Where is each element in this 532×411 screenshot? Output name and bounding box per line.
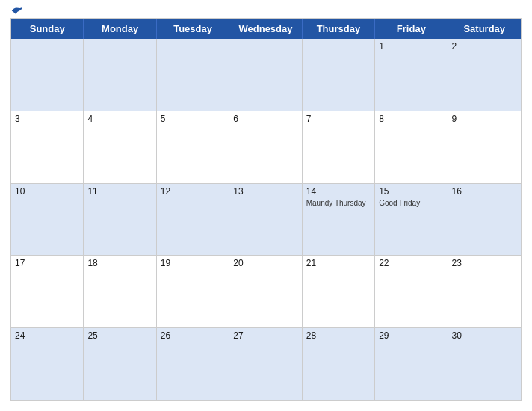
day-header-friday: Friday bbox=[375, 19, 448, 39]
day-cell: 27 bbox=[229, 328, 302, 400]
day-cell: 6 bbox=[229, 111, 302, 183]
day-number: 26 bbox=[161, 330, 225, 341]
day-number: 23 bbox=[452, 258, 517, 268]
day-cell: 20 bbox=[229, 256, 302, 327]
event-label: Maundy Thursday bbox=[306, 198, 371, 208]
calendar-grid: SundayMondayTuesdayWednesdayThursdayFrid… bbox=[10, 18, 522, 401]
day-cell: 13 bbox=[229, 184, 302, 256]
day-cell: 16 bbox=[448, 184, 521, 256]
day-cell: 2 bbox=[448, 39, 521, 111]
day-number: 30 bbox=[452, 330, 517, 341]
day-number: 21 bbox=[306, 258, 371, 268]
logo bbox=[10, 5, 25, 16]
day-cell bbox=[84, 39, 156, 111]
week-row-3: 1011121314Maundy Thursday15Good Friday16 bbox=[11, 184, 521, 256]
day-number: 28 bbox=[306, 330, 371, 341]
week-row-2: 3456789 bbox=[11, 111, 521, 184]
day-number: 7 bbox=[306, 114, 371, 124]
calendar-body: 1234567891011121314Maundy Thursday15Good… bbox=[11, 39, 521, 400]
day-number: 4 bbox=[87, 114, 152, 124]
day-cell: 21 bbox=[303, 256, 375, 327]
day-cell: 11 bbox=[84, 184, 156, 256]
event-label: Good Friday bbox=[379, 198, 443, 208]
day-headers-row: SundayMondayTuesdayWednesdayThursdayFrid… bbox=[11, 19, 521, 39]
day-number: 1 bbox=[379, 41, 443, 52]
day-number: 18 bbox=[87, 258, 152, 268]
day-cell: 8 bbox=[375, 111, 448, 183]
day-number: 22 bbox=[379, 258, 443, 268]
day-cell bbox=[229, 39, 302, 111]
day-cell: 24 bbox=[11, 328, 84, 400]
day-cell: 19 bbox=[157, 256, 229, 327]
day-header-sunday: Sunday bbox=[11, 19, 84, 39]
day-number: 13 bbox=[233, 186, 297, 197]
day-cell: 12 bbox=[157, 184, 229, 256]
logo-bird-icon bbox=[10, 5, 24, 16]
day-cell bbox=[11, 39, 84, 111]
day-number: 2 bbox=[452, 41, 517, 52]
day-cell: 30 bbox=[448, 328, 521, 400]
day-cell: 7 bbox=[303, 111, 375, 183]
day-number: 9 bbox=[452, 114, 517, 124]
day-number: 3 bbox=[15, 114, 79, 124]
day-cell: 22 bbox=[375, 256, 448, 327]
day-header-wednesday: Wednesday bbox=[229, 19, 302, 39]
day-cell: 26 bbox=[157, 328, 229, 400]
day-cell: 10 bbox=[11, 184, 84, 256]
day-cell: 25 bbox=[84, 328, 156, 400]
day-number: 14 bbox=[306, 186, 371, 197]
day-cell: 23 bbox=[448, 256, 521, 327]
day-cell: 17 bbox=[11, 256, 84, 327]
day-cell: 9 bbox=[448, 111, 521, 183]
day-number: 20 bbox=[233, 258, 297, 268]
day-header-monday: Monday bbox=[84, 19, 156, 39]
calendar-header bbox=[10, 7, 522, 13]
day-number: 29 bbox=[379, 330, 443, 341]
week-row-1: 12 bbox=[11, 39, 521, 111]
day-number: 5 bbox=[161, 114, 225, 124]
day-cell bbox=[157, 39, 229, 111]
day-number: 27 bbox=[233, 330, 297, 341]
day-number: 11 bbox=[87, 186, 152, 197]
week-row-4: 17181920212223 bbox=[11, 256, 521, 328]
day-number: 17 bbox=[15, 258, 79, 268]
day-cell: 5 bbox=[157, 111, 229, 183]
week-row-5: 24252627282930 bbox=[11, 328, 521, 400]
day-header-tuesday: Tuesday bbox=[157, 19, 229, 39]
day-cell: 15Good Friday bbox=[375, 184, 448, 256]
day-cell: 1 bbox=[375, 39, 448, 111]
day-number: 12 bbox=[161, 186, 225, 197]
day-number: 25 bbox=[87, 330, 152, 341]
day-number: 16 bbox=[452, 186, 517, 197]
day-number: 10 bbox=[15, 186, 79, 197]
day-header-thursday: Thursday bbox=[303, 19, 375, 39]
day-number: 6 bbox=[233, 114, 297, 124]
day-cell: 4 bbox=[84, 111, 156, 183]
calendar-page: SundayMondayTuesdayWednesdayThursdayFrid… bbox=[0, 0, 532, 411]
day-cell: 14Maundy Thursday bbox=[303, 184, 375, 256]
day-number: 19 bbox=[161, 258, 225, 268]
day-cell: 18 bbox=[84, 256, 156, 327]
day-cell: 28 bbox=[303, 328, 375, 400]
day-cell: 29 bbox=[375, 328, 448, 400]
day-number: 15 bbox=[379, 186, 443, 197]
day-number: 8 bbox=[379, 114, 443, 124]
logo-blue-text bbox=[10, 5, 25, 16]
day-cell bbox=[303, 39, 375, 111]
day-header-saturday: Saturday bbox=[448, 19, 521, 39]
day-number: 24 bbox=[15, 330, 79, 341]
day-cell: 3 bbox=[11, 111, 84, 183]
